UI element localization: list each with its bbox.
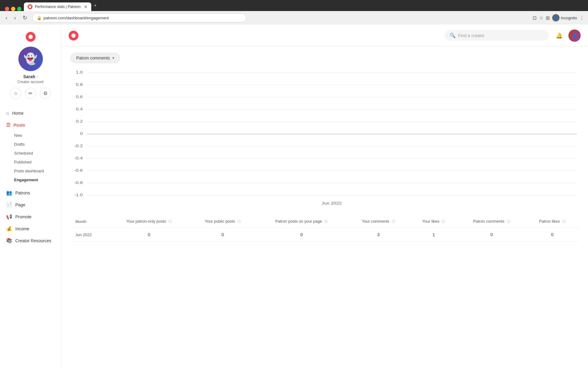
col-patron-only-posts: Your patron-only posts ⓘ xyxy=(109,215,189,228)
forward-button[interactable]: › xyxy=(12,13,18,22)
chart-container: Patron comments ▾ 1.0 0.8 0.6 0.4 0.2 0 … xyxy=(61,47,588,209)
user-avatar[interactable]: 👤 xyxy=(568,29,581,42)
sidebar-profile: 👻 Sarah › Creator account ⌂ ✏ ⚙ xyxy=(0,44,61,105)
sidebar-item-patrons[interactable]: 👥 Patrons xyxy=(0,187,61,199)
help-icon-public-posts[interactable]: ⓘ xyxy=(237,220,241,223)
search-bar[interactable]: 🔍 xyxy=(445,30,549,41)
svg-text:0.2: 0.2 xyxy=(76,119,83,124)
col-your-comments: Your comments ⓘ xyxy=(347,215,410,228)
svg-text:-0.4: -0.4 xyxy=(74,156,83,160)
svg-text:0.4: 0.4 xyxy=(76,107,83,111)
patreon-logo-circle xyxy=(69,31,78,40)
sidebar-subnav-posts: New Drafts Scheduled Published Posts das… xyxy=(0,131,61,187)
sidebar-subitem-drafts[interactable]: Drafts xyxy=(0,140,61,149)
help-icon-patron-only-posts[interactable]: ⓘ xyxy=(168,220,172,223)
browser-tabs: Performance stats | Patreon ✕ + xyxy=(0,0,588,11)
sidebar-subitem-published[interactable]: Published xyxy=(0,158,61,167)
sidebar-item-home[interactable]: ⌂ Home xyxy=(0,107,61,119)
sidebar-item-label-promote: Promote xyxy=(15,214,32,219)
cell-public-posts: 0 xyxy=(189,228,256,242)
help-icon-your-likes[interactable]: ⓘ xyxy=(442,220,445,223)
search-input[interactable] xyxy=(458,33,544,38)
svg-text:-0.6: -0.6 xyxy=(74,168,83,173)
sidebar-item-label-creator-resources: Creator Resources xyxy=(15,238,51,243)
reload-button[interactable]: ↻ xyxy=(21,13,29,22)
tab-close-button[interactable]: ✕ xyxy=(84,4,88,9)
address-bar[interactable]: 🔒 patreon.com/dashboard/engagement xyxy=(32,13,247,22)
new-tab-button[interactable]: + xyxy=(92,2,98,10)
right-panel: 🔍 🔔 👤 Patron comments ▾ xyxy=(61,25,588,368)
sidebar-item-label-posts: Posts xyxy=(13,123,25,128)
avatar: 👻 xyxy=(18,47,43,71)
sidebar-subitem-scheduled[interactable]: Scheduled xyxy=(0,149,61,158)
help-icon-patron-likes[interactable]: ⓘ xyxy=(562,220,566,223)
sidebar: 👻 Sarah › Creator account ⌂ ✏ ⚙ ⌂ Home ☰… xyxy=(0,25,61,368)
home-shortcut-button[interactable]: ⌂ xyxy=(10,88,21,99)
cast-icon[interactable]: ⊡ xyxy=(533,15,537,21)
browser-nav-icons: ⊡ ☆ ⊞ 👤 Incognito ⋮ xyxy=(533,14,584,21)
svg-text:Jun 2022: Jun 2022 xyxy=(322,201,342,205)
posts-icon: ☰ xyxy=(6,122,10,128)
col-patron-comments: Patron comments ⓘ xyxy=(458,215,526,228)
table-header-row: Month Your patron-only posts ⓘ Your publ… xyxy=(70,215,579,228)
col-month: Month xyxy=(70,215,109,228)
cell-your-comments: 3 xyxy=(347,228,410,242)
sidebar-subitem-new[interactable]: New xyxy=(0,131,61,140)
browser-chrome: Performance stats | Patreon ✕ + ‹ › ↻ 🔒 … xyxy=(0,0,588,25)
chevron-down-icon: ▾ xyxy=(112,56,114,60)
back-button[interactable]: ‹ xyxy=(4,13,9,22)
sidebar-item-creator-resources[interactable]: 📚 Creator Resources xyxy=(0,235,61,247)
chart-svg: 1.0 0.8 0.6 0.4 0.2 0 -0.2 -0.4 -0.6 -0.… xyxy=(70,68,579,209)
topbar-icons: 🔔 👤 xyxy=(554,29,581,42)
home-icon: ⌂ xyxy=(6,110,9,116)
svg-text:-0.2: -0.2 xyxy=(74,144,83,148)
profile-name: Sarah xyxy=(23,74,35,79)
sidebar-item-income[interactable]: 💰 Income xyxy=(0,223,61,235)
incognito-label: Incognito xyxy=(561,16,577,20)
sidebar-item-posts[interactable]: ☰ Posts xyxy=(0,119,61,131)
patreon-logo xyxy=(69,31,78,40)
svg-text:-1.0: -1.0 xyxy=(74,193,83,197)
grid-icon[interactable]: ⊞ xyxy=(546,15,550,21)
profile-role: Creator account xyxy=(17,80,43,84)
help-icon-patron-comments[interactable]: ⓘ xyxy=(507,220,510,223)
settings-button[interactable]: ⚙ xyxy=(40,88,51,99)
browser-nav: ‹ › ↻ 🔒 patreon.com/dashboard/engagement… xyxy=(0,11,588,25)
col-public-posts: Your public posts ⓘ xyxy=(189,215,256,228)
menu-icon[interactable]: ⋮ xyxy=(579,15,584,21)
svg-text:-0.8: -0.8 xyxy=(74,181,83,185)
chart-wrapper: 1.0 0.8 0.6 0.4 0.2 0 -0.2 -0.4 -0.6 -0.… xyxy=(70,68,579,209)
table-container: Month Your patron-only posts ⓘ Your publ… xyxy=(61,209,588,248)
notification-bell-icon[interactable]: 🔔 xyxy=(554,30,565,41)
traffic-light-green[interactable] xyxy=(17,7,21,11)
edit-button[interactable]: ✏ xyxy=(25,88,36,99)
sidebar-actions: ⌂ ✏ ⚙ xyxy=(10,88,51,99)
cell-your-likes: 1 xyxy=(410,228,458,242)
svg-text:0.8: 0.8 xyxy=(76,82,83,87)
col-patron-posts-on-page: Patron posts on your page ⓘ xyxy=(256,215,347,228)
stats-table: Month Your patron-only posts ⓘ Your publ… xyxy=(70,215,579,242)
sidebar-item-promote[interactable]: 📢 Promote xyxy=(0,211,61,223)
traffic-light-red[interactable] xyxy=(5,7,9,11)
active-browser-tab[interactable]: Performance stats | Patreon ✕ xyxy=(24,2,91,11)
sidebar-item-label-home: Home xyxy=(12,111,24,116)
main-content: Patron comments ▾ 1.0 0.8 0.6 0.4 0.2 0 … xyxy=(61,47,588,368)
sidebar-item-label-page: Page xyxy=(15,202,25,207)
sidebar-subitem-engagement[interactable]: Engagement xyxy=(0,175,61,184)
traffic-light-yellow[interactable] xyxy=(11,7,15,11)
bookmark-star-icon[interactable]: ☆ xyxy=(539,15,543,21)
chart-type-dropdown[interactable]: Patron comments ▾ xyxy=(70,53,120,63)
profile-name-arrow: › xyxy=(36,75,38,79)
url-text: patreon.com/dashboard/engagement xyxy=(43,16,109,20)
patreon-logo-icon xyxy=(26,32,36,42)
tab-title: Performance stats | Patreon xyxy=(35,5,81,9)
search-icon: 🔍 xyxy=(450,33,456,38)
svg-text:0: 0 xyxy=(80,132,83,136)
incognito-badge[interactable]: 👤 Incognito xyxy=(552,14,577,21)
help-icon-patron-posts-on-page[interactable]: ⓘ xyxy=(324,220,328,223)
sidebar-subitem-posts-dashboard[interactable]: Posts dashboard xyxy=(0,167,61,175)
help-icon-your-comments[interactable]: ⓘ xyxy=(392,220,395,223)
cell-month: Jun 2022 xyxy=(70,228,109,242)
svg-text:0.6: 0.6 xyxy=(76,95,83,99)
sidebar-item-page[interactable]: 📄 Page xyxy=(0,199,61,211)
